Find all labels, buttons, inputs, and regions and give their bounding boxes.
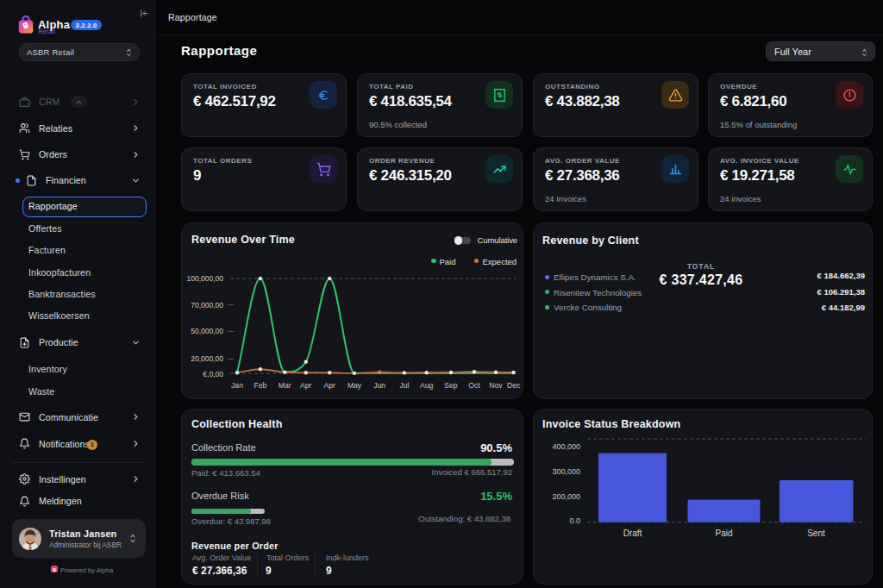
svg-text:Draft: Draft	[623, 529, 642, 538]
svg-text:Jan: Jan	[231, 381, 243, 390]
svg-text:Paid: Paid	[715, 529, 732, 538]
svg-text:Feb: Feb	[254, 381, 266, 390]
svg-text:0.0: 0.0	[569, 516, 580, 525]
svg-text:Jun: Jun	[373, 381, 385, 390]
svg-text:Jul: Jul	[399, 381, 409, 390]
svg-text:70,000,00: 70,000,00	[191, 301, 223, 310]
svg-text:Dec: Dec	[507, 381, 521, 390]
svg-text:Sent: Sent	[807, 529, 825, 538]
svg-text:200,000: 200,000	[552, 492, 580, 501]
svg-text:May: May	[348, 381, 362, 390]
svg-text:Sep: Sep	[444, 381, 458, 390]
svg-text:Apr: Apr	[324, 381, 336, 390]
svg-text:Nov: Nov	[489, 381, 503, 390]
svg-text:Mar: Mar	[279, 381, 291, 390]
svg-text:Apr: Apr	[300, 381, 312, 390]
svg-text:400,000: 400,000	[552, 442, 580, 451]
svg-text:€,0,00: €,0,00	[203, 370, 223, 378]
svg-text:100,000,00: 100,000,00	[186, 274, 223, 283]
svg-text:Oct: Oct	[468, 381, 480, 390]
svg-text:Aug: Aug	[420, 381, 434, 390]
svg-text:20,000,00: 20,000,00	[191, 354, 223, 363]
svg-text:50,000,00: 50,000,00	[191, 327, 223, 335]
svg-text:300,000: 300,000	[552, 467, 580, 476]
